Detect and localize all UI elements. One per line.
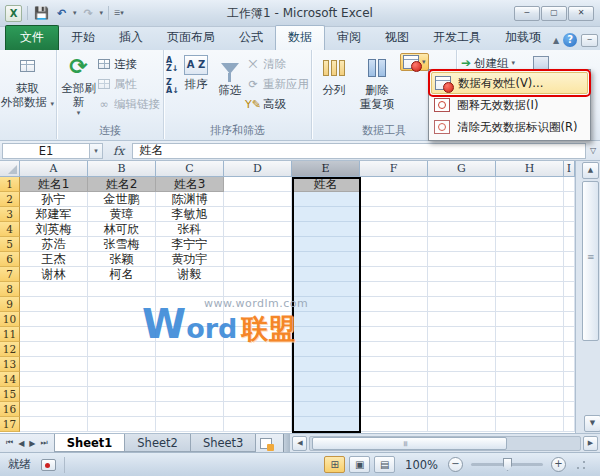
- cell-F5[interactable]: [360, 237, 428, 252]
- cell-G1[interactable]: [428, 177, 496, 192]
- cell-A16[interactable]: [20, 402, 88, 417]
- cell-E7[interactable]: [292, 267, 360, 282]
- cell-I12[interactable]: [564, 342, 575, 357]
- cell-B15[interactable]: [88, 387, 156, 402]
- get-external-data-button[interactable]: 获取 外部数据 ▾: [0, 50, 55, 116]
- cell-B12[interactable]: [88, 342, 156, 357]
- cell-E10[interactable]: [292, 312, 360, 327]
- sort-descending-button[interactable]: ZA↓: [166, 78, 179, 96]
- cell-D15[interactable]: [224, 387, 292, 402]
- cell-D6[interactable]: [224, 252, 292, 267]
- advanced-filter-button[interactable]: Y✎ 高级: [246, 95, 309, 113]
- cell-G5[interactable]: [428, 237, 496, 252]
- zoom-level[interactable]: 100%: [399, 458, 444, 472]
- cell-G2[interactable]: [428, 192, 496, 207]
- column-header-C[interactable]: C: [156, 161, 224, 177]
- cell-I16[interactable]: [564, 402, 575, 417]
- cell-F11[interactable]: [360, 327, 428, 342]
- cell-H10[interactable]: [496, 312, 564, 327]
- cell-G6[interactable]: [428, 252, 496, 267]
- cell-G13[interactable]: [428, 357, 496, 372]
- cell-D1[interactable]: [224, 177, 292, 192]
- tab-developer[interactable]: 开发工具: [421, 26, 493, 50]
- zoom-slider-thumb[interactable]: [503, 458, 512, 471]
- tab-home[interactable]: 开始: [59, 26, 107, 50]
- cell-B8[interactable]: [88, 282, 156, 297]
- cell-E13[interactable]: [292, 357, 360, 372]
- cell-A4[interactable]: 刘英梅: [20, 222, 88, 237]
- name-box-dropdown-icon[interactable]: ▾: [90, 143, 103, 159]
- cell-I8[interactable]: [564, 282, 575, 297]
- customize-qat-icon[interactable]: ☰▾: [114, 9, 124, 17]
- remove-duplicates-button[interactable]: 删除 重复项: [354, 52, 400, 118]
- cell-D11[interactable]: [224, 327, 292, 342]
- column-header-B[interactable]: B: [88, 161, 156, 177]
- zoom-slider[interactable]: [471, 463, 543, 466]
- close-button[interactable]: ✕: [568, 6, 594, 21]
- cell-G14[interactable]: [428, 372, 496, 387]
- cell-C4[interactable]: 张科: [156, 222, 224, 237]
- cell-I9[interactable]: [564, 297, 575, 312]
- cell-H9[interactable]: [496, 297, 564, 312]
- scroll-right-icon[interactable]: ▶: [583, 436, 598, 451]
- column-header-H[interactable]: H: [496, 161, 564, 177]
- cell-F15[interactable]: [360, 387, 428, 402]
- cell-E1[interactable]: 姓名: [292, 177, 360, 192]
- cell-C6[interactable]: 黄功宇: [156, 252, 224, 267]
- cell-C2[interactable]: 陈渊博: [156, 192, 224, 207]
- cell-H17[interactable]: [496, 417, 564, 432]
- cell-I14[interactable]: [564, 372, 575, 387]
- cell-I6[interactable]: [564, 252, 575, 267]
- cell-A11[interactable]: [20, 327, 88, 342]
- row-header-10[interactable]: 10: [0, 312, 20, 327]
- cell-H13[interactable]: [496, 357, 564, 372]
- row-header-5[interactable]: 5: [0, 237, 20, 252]
- cell-F3[interactable]: [360, 207, 428, 222]
- cell-A2[interactable]: 孙宁: [20, 192, 88, 207]
- cell-C11[interactable]: [156, 327, 224, 342]
- cell-D13[interactable]: [224, 357, 292, 372]
- connections-button[interactable]: 连接: [97, 55, 160, 73]
- cell-F10[interactable]: [360, 312, 428, 327]
- cell-F17[interactable]: [360, 417, 428, 432]
- cell-I1[interactable]: [564, 177, 575, 192]
- cell-C12[interactable]: [156, 342, 224, 357]
- cell-B5[interactable]: 张雪梅: [88, 237, 156, 252]
- cell-C14[interactable]: [156, 372, 224, 387]
- cell-F7[interactable]: [360, 267, 428, 282]
- help-icon[interactable]: ?: [563, 33, 577, 47]
- cell-H14[interactable]: [496, 372, 564, 387]
- row-header-9[interactable]: 9: [0, 297, 20, 312]
- minimize-button[interactable]: ─: [514, 6, 540, 21]
- cell-G3[interactable]: [428, 207, 496, 222]
- row-header-8[interactable]: 8: [0, 282, 20, 297]
- zoom-in-icon[interactable]: +: [551, 457, 566, 472]
- tab-split-handle[interactable]: [283, 434, 290, 452]
- cell-E11[interactable]: [292, 327, 360, 342]
- row-header-3[interactable]: 3: [0, 207, 20, 222]
- cell-I11[interactable]: [564, 327, 575, 342]
- horizontal-scroll-track[interactable]: [309, 436, 581, 451]
- cell-H5[interactable]: [496, 237, 564, 252]
- tab-file[interactable]: 文件: [5, 25, 59, 50]
- cell-I15[interactable]: [564, 387, 575, 402]
- cell-B17[interactable]: [88, 417, 156, 432]
- cell-H2[interactable]: [496, 192, 564, 207]
- expand-formula-bar-icon[interactable]: ▽: [586, 146, 600, 155]
- column-header-D[interactable]: D: [224, 161, 292, 177]
- cell-F6[interactable]: [360, 252, 428, 267]
- row-header-11[interactable]: 11: [0, 327, 20, 342]
- cell-A9[interactable]: [20, 297, 88, 312]
- cell-C5[interactable]: 李宁宁: [156, 237, 224, 252]
- cell-A7[interactable]: 谢林: [20, 267, 88, 282]
- cell-F9[interactable]: [360, 297, 428, 312]
- cell-D9[interactable]: [224, 297, 292, 312]
- row-header-4[interactable]: 4: [0, 222, 20, 237]
- cell-E6[interactable]: [292, 252, 360, 267]
- cell-C9[interactable]: [156, 297, 224, 312]
- cell-C15[interactable]: [156, 387, 224, 402]
- tab-formulas[interactable]: 公式: [227, 26, 275, 50]
- menu-item-clear-validation-circles[interactable]: 清除无效数据标识圈(R): [431, 116, 588, 138]
- cell-C1[interactable]: 姓名3: [156, 177, 224, 192]
- cell-B10[interactable]: [88, 312, 156, 327]
